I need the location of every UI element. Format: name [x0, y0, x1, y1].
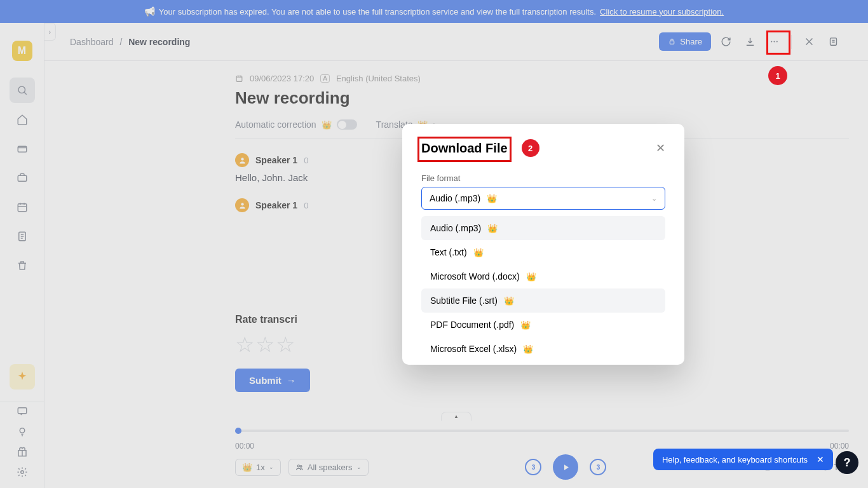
help-button[interactable]: ? [836, 451, 858, 474]
close-icon[interactable]: ✕ [656, 141, 665, 155]
chevron-down-icon: ⌄ [651, 194, 657, 203]
help-tooltip[interactable]: Help, feedback, and keyboard shortcuts ✕ [653, 449, 833, 470]
crown-icon: 👑 [523, 344, 533, 354]
format-option[interactable]: Subtitle File (.srt)👑 [421, 288, 665, 313]
annotation-badge-1: 1 [768, 66, 787, 85]
format-option[interactable]: Audio (.mp3)👑 [421, 216, 665, 240]
field-label: File format [421, 173, 665, 183]
format-option[interactable]: PDF Document (.pdf)👑 [421, 313, 665, 337]
crown-icon: 👑 [487, 194, 497, 203]
format-select[interactable]: Audio (.mp3) 👑 ⌄ [421, 187, 665, 210]
crown-icon: 👑 [520, 320, 531, 330]
format-dropdown: Audio (.mp3)👑Text (.txt)👑Microsoft Word … [421, 216, 665, 365]
annotation-box-1 [766, 30, 790, 55]
format-option[interactable]: Microsoft Word (.docx)👑 [421, 264, 665, 288]
close-icon[interactable]: ✕ [817, 454, 824, 464]
download-modal: Download File 2 ✕ File format Audio (.mp… [402, 124, 684, 365]
crown-icon: 👑 [473, 248, 484, 257]
format-option[interactable]: Text (.txt)👑 [421, 240, 665, 264]
format-option[interactable]: Microsoft Excel (.xlsx)👑 [421, 337, 665, 361]
crown-icon: 👑 [487, 224, 498, 233]
crown-icon: 👑 [504, 296, 514, 306]
crown-icon: 👑 [526, 272, 536, 281]
annotation-box-2 [417, 137, 512, 162]
annotation-badge-2: 2 [522, 139, 539, 157]
